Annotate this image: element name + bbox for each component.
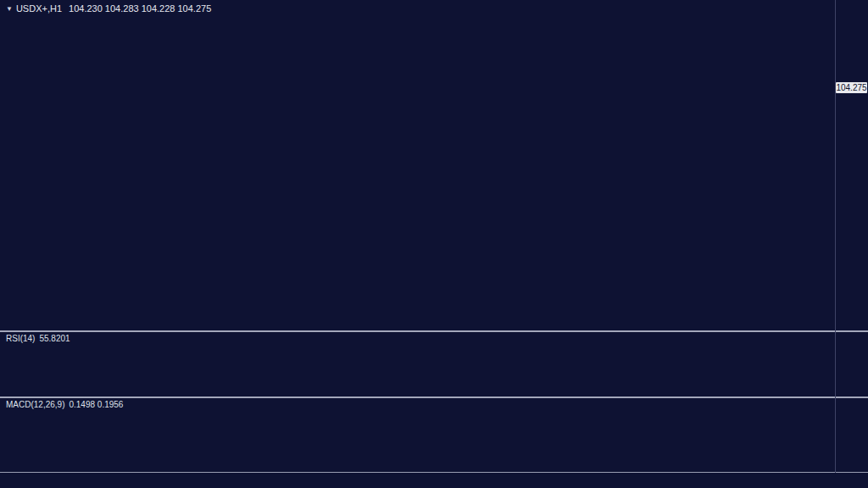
macd-panel-label: MACD(12,26,9)0.1498 0.1956 (6, 400, 127, 409)
chart-header: ▼USDX+,H1104.230 104.283 104.228 104.275 (6, 3, 211, 14)
rsi-panel-label: RSI(14)55.8201 (6, 334, 75, 343)
symbol-dropdown-icon[interactable]: ▼ (6, 5, 13, 13)
symbol-period-label: USDX+,H1 (16, 3, 62, 14)
rsi-indicator-value: 55.8201 (39, 334, 70, 343)
time-axis-border (0, 472, 868, 473)
current-price-tag: 104.275 (836, 82, 867, 93)
rsi-indicator-canvas[interactable] (0, 332, 835, 396)
price-axis-border (835, 0, 836, 473)
panel-separator[interactable] (0, 330, 868, 332)
macd-indicator-canvas[interactable] (0, 398, 835, 473)
panel-separator[interactable] (0, 396, 868, 398)
chart-window: ▼USDX+,H1104.230 104.283 104.228 104.275… (0, 0, 868, 488)
main-chart-canvas[interactable] (0, 0, 835, 330)
macd-indicator-values: 0.1498 0.1956 (69, 400, 123, 409)
macd-indicator-name: MACD(12,26,9) (6, 400, 64, 409)
ohlc-quote-values: 104.230 104.283 104.228 104.275 (69, 3, 211, 14)
rsi-indicator-name: RSI(14) (6, 334, 35, 343)
